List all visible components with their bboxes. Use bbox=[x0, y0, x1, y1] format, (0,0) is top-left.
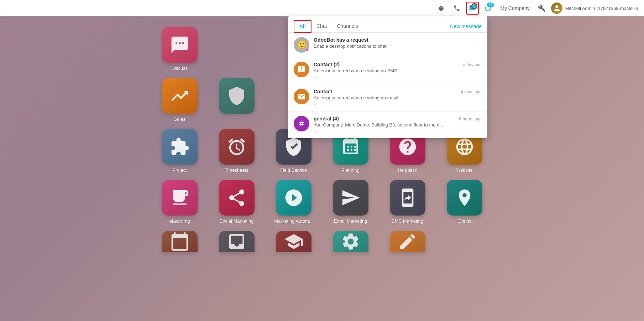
msg-title-odoobot: OdooBot has a request bbox=[314, 37, 368, 43]
msg-title-general: general (4) bbox=[314, 116, 339, 121]
bug-icon-btn[interactable] bbox=[435, 2, 447, 15]
user-avatar bbox=[551, 2, 562, 14]
social-marketing-label: Social Marketing bbox=[219, 218, 253, 224]
elearning-icon bbox=[162, 180, 198, 216]
pen-icon bbox=[390, 231, 425, 252]
msg-time-contact: 4 days ago bbox=[461, 89, 482, 94]
msg-body-contact2: An error occurred when sending an SMS. bbox=[314, 68, 482, 73]
app-email-marketing[interactable]: Email Marketing bbox=[328, 180, 374, 224]
gear2-icon bbox=[333, 231, 368, 252]
app-sms-marketing[interactable]: SMS Marketing bbox=[384, 180, 431, 224]
sales-label: Sales bbox=[174, 117, 185, 122]
msg-item-odoobot[interactable]: 🙂 ♥ OdooBot has a request Enable desktop… bbox=[288, 33, 487, 57]
sms-marketing-label: SMS Marketing bbox=[392, 218, 423, 224]
msg-content-general: general (4) 6 hours ago YourCompany, Mar… bbox=[314, 116, 482, 134]
events-icon bbox=[447, 180, 482, 216]
msg-tabs: All Chat Channels New message bbox=[288, 16, 487, 33]
app-timesheets[interactable]: Timesheets bbox=[214, 129, 260, 173]
msg-item-contact[interactable]: Contact 4 days ago An error occurred whe… bbox=[288, 84, 487, 112]
app-pen-partial[interactable] bbox=[384, 231, 431, 252]
timesheets-label: Timesheets bbox=[225, 167, 248, 173]
user-name: Mitchell Admin (17971368-master-a bbox=[565, 6, 638, 11]
user-menu[interactable]: Mitchell Admin (17971368-master-a bbox=[551, 2, 638, 14]
discuss-icon bbox=[162, 27, 198, 63]
app-project[interactable]: Project bbox=[157, 129, 203, 173]
app-subscriptions-partial bbox=[214, 78, 260, 122]
new-message-btn[interactable]: New message bbox=[450, 21, 482, 32]
app-hat-partial[interactable] bbox=[271, 231, 317, 252]
marketing-autom-icon bbox=[276, 180, 311, 216]
msg-header-contact: Contact 4 days ago bbox=[314, 89, 482, 94]
navbar-icons: 5 42 My Company Mitchell Admin (17971368… bbox=[435, 2, 638, 15]
clock-count-badge: 42 bbox=[487, 2, 494, 7]
sms-marketing-icon bbox=[390, 180, 425, 216]
msg-check-contact: ✓ bbox=[314, 102, 482, 107]
msg-avatar-odoobot: 🙂 ♥ bbox=[294, 37, 309, 53]
subscriptions-icon bbox=[219, 78, 255, 114]
planning-label: Planning bbox=[341, 167, 360, 173]
navbar: 5 42 My Company Mitchell Admin (17971368… bbox=[0, 0, 644, 16]
app-gear2-partial[interactable] bbox=[328, 231, 374, 252]
social-marketing-icon bbox=[219, 180, 255, 216]
field-service-label: Field Service bbox=[280, 167, 307, 173]
msg-content-contact2: Contact (2) a day ago An error occurred … bbox=[314, 62, 482, 80]
msg-body-odoobot: Enable desktop notifications to chat. bbox=[314, 43, 482, 49]
app-inbox-partial[interactable] bbox=[214, 231, 260, 252]
project-label: Project bbox=[172, 167, 187, 173]
app-elearning[interactable]: eLearning bbox=[157, 180, 203, 224]
msg-content-odoobot: OdooBot has a request Enable desktop not… bbox=[314, 37, 482, 49]
timesheets-icon bbox=[219, 129, 255, 165]
discuss-label: Discuss bbox=[172, 66, 188, 71]
msg-item-general[interactable]: # general (4) 6 hours ago YourCompany, M… bbox=[288, 112, 487, 138]
company-name[interactable]: My Company bbox=[500, 5, 529, 11]
msg-check-general: ✓ bbox=[314, 129, 482, 134]
msg-time-general: 6 hours ago bbox=[459, 117, 482, 121]
app-discuss[interactable]: Discuss bbox=[157, 27, 203, 71]
messaging-dropdown: All Chat Channels New message 🙂 ♥ OdooBo… bbox=[288, 16, 487, 138]
elearning-label: eLearning bbox=[169, 218, 190, 224]
app-calendar-partial[interactable] bbox=[157, 231, 203, 252]
helpdesk-label: Helpdesk bbox=[398, 167, 417, 173]
msg-item-contact2[interactable]: Contact (2) a day ago An error occurred … bbox=[288, 57, 487, 84]
msg-content-contact: Contact 4 days ago An error occurred whe… bbox=[314, 89, 482, 107]
phone-icon-btn[interactable] bbox=[450, 2, 463, 15]
msg-header: OdooBot has a request bbox=[314, 37, 482, 43]
app-events[interactable]: Events bbox=[441, 180, 488, 224]
msg-avatar-contact2 bbox=[294, 62, 309, 77]
msg-check-contact2: ✓ bbox=[314, 75, 482, 80]
marketing-autom-label: Marketing Autom... bbox=[274, 218, 313, 224]
msg-header-general: general (4) 6 hours ago bbox=[314, 116, 482, 121]
hat-icon bbox=[276, 231, 311, 252]
message-count-badge: 5 bbox=[471, 3, 478, 9]
sales-icon bbox=[162, 78, 198, 114]
msg-avatar-general: # bbox=[294, 116, 309, 131]
tab-chat[interactable]: Chat bbox=[311, 20, 332, 32]
msg-title-contact2: Contact (2) bbox=[314, 62, 340, 67]
website-label: Website bbox=[456, 167, 473, 173]
tab-channels[interactable]: Channels bbox=[332, 20, 363, 32]
msg-body-contact: An error occurred when sending an email. bbox=[314, 95, 482, 100]
calendar-icon bbox=[162, 231, 198, 252]
email-marketing-label: Email Marketing bbox=[334, 218, 367, 224]
app-social-marketing[interactable]: Social Marketing bbox=[214, 180, 260, 224]
settings-icon-btn[interactable] bbox=[535, 2, 548, 15]
msg-body-general: YourCompany, Marc Demo: Building B3, sec… bbox=[314, 122, 482, 128]
app-sales[interactable]: Sales bbox=[157, 78, 203, 122]
msg-time-contact2: a day ago bbox=[463, 62, 482, 67]
events-label: Events bbox=[457, 218, 472, 224]
project-icon bbox=[162, 129, 198, 165]
tab-all[interactable]: All bbox=[294, 20, 311, 33]
inbox-icon bbox=[219, 231, 255, 252]
app-marketing-autom[interactable]: Marketing Autom... bbox=[271, 180, 317, 224]
msg-header-contact2: Contact (2) a day ago bbox=[314, 62, 482, 67]
message-icon-btn[interactable]: 5 bbox=[466, 2, 479, 15]
clock-icon-btn[interactable]: 42 bbox=[482, 2, 494, 15]
msg-title-contact: Contact bbox=[314, 89, 332, 94]
msg-avatar-contact bbox=[294, 89, 309, 104]
email-marketing-icon bbox=[333, 180, 368, 216]
